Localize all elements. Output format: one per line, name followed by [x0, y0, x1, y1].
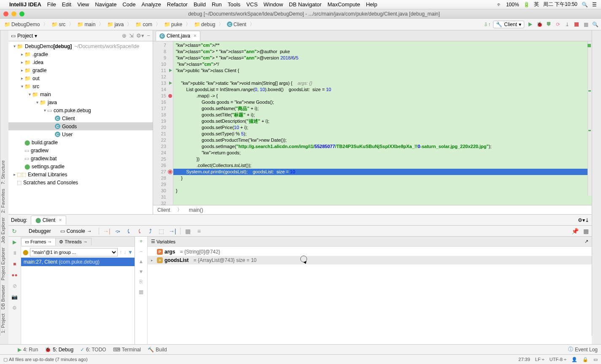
strip-jobexplorer[interactable]: Job Explorer: [0, 217, 8, 243]
editor-tab-client[interactable]: C Client.java ×: [156, 31, 200, 41]
menu-analyze[interactable]: Analyze: [142, 1, 161, 8]
layout-button[interactable]: ▦: [582, 21, 589, 28]
copy-icon[interactable]: ⎘: [140, 279, 143, 285]
strip-projectexplorer[interactable]: Project Explorer: [0, 248, 8, 280]
strip-project[interactable]: 1: Project: [0, 314, 8, 333]
variables-list[interactable]: P args = {String[0]@742} ▸ ≡ goodsList =…: [148, 247, 592, 344]
rerun-button[interactable]: ↻: [10, 227, 19, 235]
threads-tab[interactable]: ⚙Threads→: [55, 238, 91, 245]
down-icon[interactable]: ▼: [139, 269, 144, 275]
variable-row[interactable]: P args = {String[0]@742}: [148, 248, 592, 256]
tree-row[interactable]: ▾▭com.puke.debug: [8, 106, 153, 114]
project-settings-icon[interactable]: ⚙▾: [136, 32, 144, 39]
tree-row[interactable]: ▸📁.idea: [8, 58, 153, 66]
strip-favorites[interactable]: 2: Favorites: [0, 189, 8, 213]
search-button[interactable]: 🔍: [592, 21, 598, 28]
tree-row[interactable]: CUser: [8, 130, 153, 138]
tree-row[interactable]: ▭gradlew.bat: [8, 154, 153, 162]
menu-view[interactable]: View: [77, 1, 89, 8]
frames-tab[interactable]: ▭Frames→: [21, 238, 56, 245]
frames-list[interactable]: main:27, Client (com.puke.debug): [21, 258, 135, 344]
menu-help[interactable]: Help: [366, 1, 377, 8]
up-icon[interactable]: ▲: [139, 259, 144, 264]
bc-project[interactable]: DebugDemo: [11, 22, 40, 27]
menu-code[interactable]: Code: [122, 1, 135, 8]
step-into-icon[interactable]: ⤹: [124, 227, 133, 235]
bc-main[interactable]: main: [84, 22, 95, 27]
show-exec-point-icon[interactable]: →|: [102, 227, 111, 235]
thread-dump-icon[interactable]: 📷: [11, 293, 19, 301]
menu-vcs[interactable]: VCS: [246, 1, 258, 8]
tree-row[interactable]: CClient: [8, 114, 153, 122]
menu-maxcompute[interactable]: MaxCompute: [327, 1, 360, 8]
menu-refactor[interactable]: Refactor: [167, 1, 188, 8]
close-icon[interactable]: ×: [59, 217, 62, 223]
bc-src[interactable]: src: [59, 22, 65, 27]
step-over-icon[interactable]: ⤼: [113, 227, 122, 235]
menu-edit[interactable]: Edit: [62, 1, 71, 8]
tree-row[interactable]: ▾📁DebugDemo [debug] ~/Documents/workSpac…: [8, 42, 153, 50]
tool-terminal[interactable]: ⌨Terminal: [113, 347, 141, 353]
attach-button[interactable]: ⤓: [564, 21, 571, 28]
remove-watch-icon[interactable]: −: [140, 248, 143, 254]
traffic-lights[interactable]: [3, 11, 24, 16]
watch-settings-icon[interactable]: ▦: [139, 289, 143, 295]
spotlight-icon[interactable]: 🔍: [582, 2, 588, 8]
stop-button[interactable]: ■: [11, 260, 19, 268]
strip-dbbrowser[interactable]: DB Browser: [0, 285, 8, 310]
bc-client[interactable]: Client: [233, 22, 246, 27]
bc-debug[interactable]: debug: [201, 22, 215, 27]
mute-bp-icon[interactable]: ⊘: [11, 282, 19, 290]
file-encoding[interactable]: UTF-8 ÷: [550, 357, 566, 362]
tree-row[interactable]: ▾📁src: [8, 82, 153, 90]
debug-settings-icon[interactable]: ⚙▾: [578, 217, 585, 223]
tool-todo[interactable]: ✓6: TODO: [80, 347, 106, 353]
crumb-method[interactable]: main(): [189, 207, 203, 213]
project-hide-icon[interactable]: −: [147, 32, 150, 39]
project-target-icon[interactable]: ⊕: [122, 32, 127, 39]
step-out-icon[interactable]: ⤴: [146, 227, 155, 235]
frame-row[interactable]: main:27, Client (com.puke.debug): [21, 258, 135, 266]
tree-row[interactable]: ⬤settings.gradle: [8, 162, 153, 170]
lock-icon[interactable]: 🔒: [582, 357, 588, 362]
tree-row[interactable]: ⬤build.gradle: [8, 138, 153, 146]
close-icon[interactable]: ×: [194, 33, 197, 39]
new-watch-icon[interactable]: +: [140, 238, 143, 244]
tool-eventlog[interactable]: ⓘEvent Log: [568, 346, 598, 353]
line-separator[interactable]: LF ÷: [535, 357, 544, 362]
run-button[interactable]: [527, 21, 534, 28]
next-frame-icon[interactable]: ↓: [124, 249, 126, 255]
close-window-icon[interactable]: [3, 11, 8, 16]
pin-icon[interactable]: 📌: [571, 227, 579, 235]
tree-row[interactable]: ▾📁main: [8, 90, 153, 98]
run-config-selector[interactable]: 🔧Client▾: [493, 21, 524, 28]
project-collapse-icon[interactable]: ⇲: [129, 32, 134, 39]
tree-row[interactable]: ▭gradlew: [8, 146, 153, 154]
tree-row[interactable]: ▾📁java: [8, 98, 153, 106]
resume-button[interactable]: ▶: [11, 238, 19, 246]
tree-row[interactable]: ▸📁gradle: [8, 66, 153, 74]
console-tab[interactable]: ▭Console→: [57, 227, 95, 235]
bc-java[interactable]: java: [114, 22, 124, 27]
thread-select[interactable]: "main"@1 in group ...: [30, 248, 118, 256]
strip-structure[interactable]: 7: Structure: [0, 160, 8, 184]
menu-run[interactable]: Run: [212, 1, 222, 8]
menu-build[interactable]: Build: [194, 1, 206, 8]
tool-debug[interactable]: 🐞5: Debug: [45, 347, 73, 353]
debug-tab-client[interactable]: ⬤Client ×: [31, 216, 67, 225]
editor-code[interactable]: "kw">class="cm">/**"kw">class="cm"> * "k…: [173, 41, 592, 205]
tool-build[interactable]: 🔨Build: [148, 347, 167, 353]
settings-icon[interactable]: ⚙: [11, 304, 19, 312]
pause-button[interactable]: ⏸: [11, 249, 19, 257]
bc-puke[interactable]: puke: [171, 22, 182, 27]
menu-window[interactable]: Window: [264, 1, 283, 8]
menu-navigate[interactable]: Navigate: [95, 1, 116, 8]
drop-frame-icon[interactable]: ⬚: [157, 227, 166, 235]
stop-button[interactable]: [573, 21, 580, 28]
breakpoints-icon[interactable]: ●●: [11, 271, 19, 279]
run-to-cursor-icon[interactable]: →|: [168, 227, 177, 235]
settings-icon[interactable]: ▦: [582, 227, 590, 235]
menubar-icon[interactable]: ☰: [592, 2, 597, 8]
menu-file[interactable]: File: [47, 1, 56, 8]
trace-icon[interactable]: ≡: [195, 227, 203, 235]
